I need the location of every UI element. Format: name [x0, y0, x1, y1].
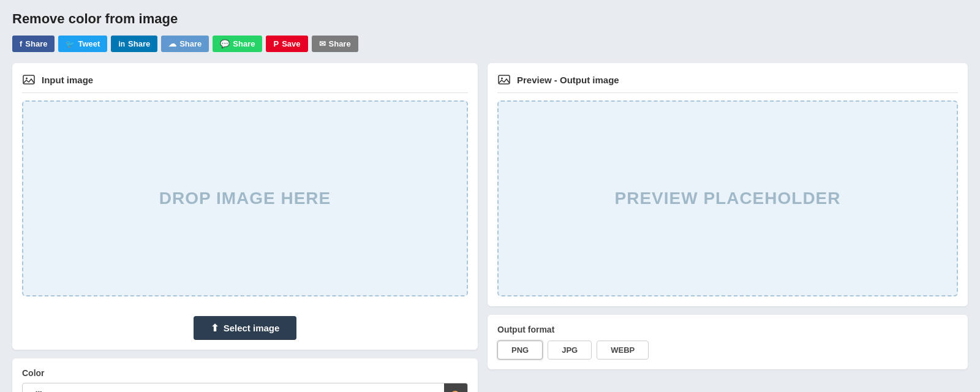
main-layout: Input image DROP IMAGE HERE ⬆ Select ima… — [12, 63, 968, 392]
preview-panel: Preview - Output image PREVIEW PLACEHOLD… — [488, 63, 968, 306]
reddit-share-label: Share — [179, 39, 202, 48]
svg-point-3 — [501, 78, 503, 80]
email-share-label: Share — [329, 39, 351, 48]
email-share-button[interactable]: ✉ Share — [312, 36, 358, 52]
input-panel-title: Input image — [42, 75, 93, 85]
upload-icon: ⬆ — [211, 322, 219, 334]
pinterest-icon: P — [273, 39, 279, 48]
whatsapp-icon: 💬 — [220, 39, 230, 48]
twitter-icon: 🐦 — [66, 40, 75, 48]
linkedin-icon: in — [118, 40, 125, 48]
facebook-share-label: Share — [25, 39, 47, 48]
page-title: Remove color from image — [12, 11, 968, 27]
color-label: Color — [22, 368, 468, 378]
color-input[interactable] — [23, 385, 444, 392]
pinterest-save-button[interactable]: P Save — [266, 36, 307, 52]
color-input-row: 🎨 — [22, 383, 468, 392]
image-icon — [22, 73, 36, 86]
share-bar: f Share 🐦 Tweet in Share ☁ Share 💬 Share… — [12, 36, 968, 52]
output-format-label: Output format — [497, 325, 958, 334]
drop-zone[interactable]: DROP IMAGE HERE — [22, 100, 468, 296]
format-jpg-button[interactable]: JPG — [548, 341, 592, 360]
input-panel-header: Input image — [22, 73, 468, 93]
reddit-icon: ☁ — [168, 39, 176, 48]
right-column: Preview - Output image PREVIEW PLACEHOLD… — [488, 63, 968, 392]
color-section: Color 🎨 — [12, 358, 478, 392]
whatsapp-share-button[interactable]: 💬 Share — [213, 36, 262, 52]
pinterest-save-label: Save — [282, 39, 300, 48]
format-webp-button[interactable]: WEBP — [597, 341, 649, 360]
color-picker-button[interactable]: 🎨 — [444, 383, 467, 392]
linkedin-share-label: Share — [128, 39, 150, 48]
facebook-icon: f — [20, 39, 22, 48]
input-panel: Input image DROP IMAGE HERE ⬆ Select ima… — [12, 63, 478, 350]
whatsapp-share-label: Share — [233, 39, 255, 48]
reddit-share-button[interactable]: ☁ Share — [161, 36, 209, 52]
twitter-share-button[interactable]: 🐦 Tweet — [58, 36, 107, 52]
format-png-button[interactable]: PNG — [497, 341, 543, 360]
left-column: Input image DROP IMAGE HERE ⬆ Select ima… — [12, 63, 478, 392]
facebook-share-button[interactable]: f Share — [12, 36, 55, 52]
preview-panel-header: Preview - Output image — [497, 73, 958, 93]
preview-image-icon — [497, 73, 511, 86]
linkedin-share-button[interactable]: in Share — [111, 36, 157, 52]
preview-zone: PREVIEW PLACEHOLDER — [497, 100, 958, 296]
format-buttons: PNG JPG WEBP — [497, 341, 958, 360]
select-image-button[interactable]: ⬆ Select image — [194, 316, 297, 340]
twitter-share-label: Tweet — [78, 39, 100, 48]
svg-point-1 — [26, 78, 28, 80]
drop-zone-text: DROP IMAGE HERE — [159, 189, 331, 208]
preview-panel-title: Preview - Output image — [517, 75, 619, 85]
output-format-panel: Output format PNG JPG WEBP — [488, 315, 968, 369]
preview-placeholder-text: PREVIEW PLACEHOLDER — [614, 189, 840, 208]
email-icon: ✉ — [319, 39, 326, 48]
select-image-label: Select image — [224, 323, 280, 333]
